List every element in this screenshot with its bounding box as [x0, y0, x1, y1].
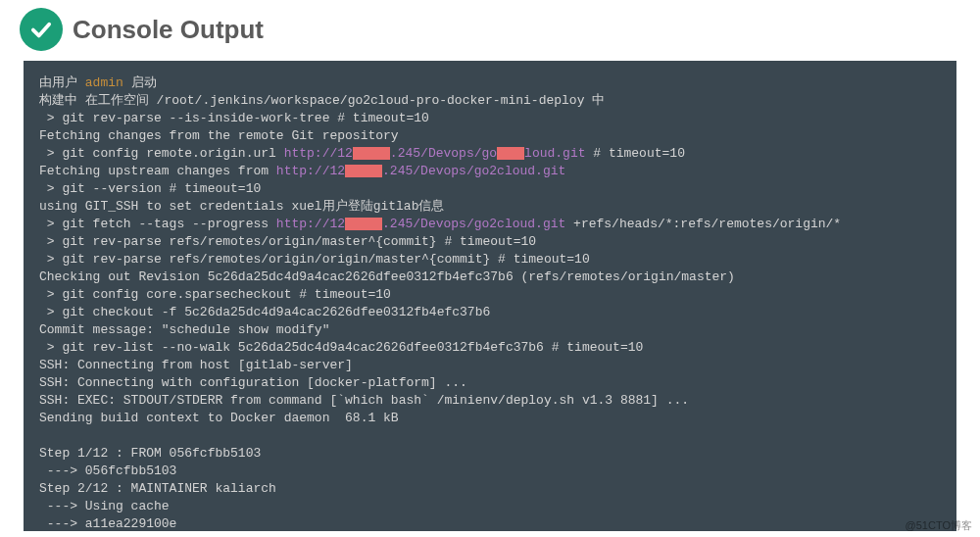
redacted-text — [353, 147, 390, 160]
console-line: > git config remote.origin.url http://12… — [39, 146, 685, 161]
console-line: > git --version # timeout=10 — [39, 181, 261, 196]
console-line: using GIT_SSH to set credentials xuel用户登… — [39, 199, 444, 214]
user-name: admin — [85, 75, 123, 90]
console-line: SSH: Connecting from host [gitlab-server… — [39, 358, 353, 372]
console-line: Step 2/12 : MAINTAINER kaliarch — [39, 481, 276, 496]
console-line: Commit message: "schedule show modify" — [39, 322, 329, 337]
repo-url[interactable]: http://12.245/Devops/go2cloud.git — [276, 164, 565, 178]
repo-url[interactable]: http://12.245/Devops/go2cloud.git — [276, 217, 565, 231]
redacted-text — [345, 165, 382, 177]
repo-url[interactable]: http://12.245/Devops/goloud.git — [284, 146, 586, 161]
console-line: ---> Using cache — [39, 499, 170, 513]
console-line: > git rev-parse --is-inside-work-tree # … — [39, 111, 429, 125]
console-line: Fetching changes from the remote Git rep… — [39, 128, 399, 143]
console-line: Checking out Revision 5c26da25dc4d9a4cac… — [39, 269, 735, 284]
redacted-text — [345, 218, 382, 230]
console-line: > git rev-list --no-walk 5c26da25dc4d9a4… — [39, 340, 643, 355]
console-line: > git rev-parse refs/remotes/origin/orig… — [39, 252, 590, 267]
console-line: ---> a11ea229100e — [39, 516, 176, 531]
console-line: > git config core.sparsecheckout # timeo… — [39, 287, 391, 302]
console-line: Fetching upstream changes from http://12… — [39, 164, 565, 178]
console-line: 由用户 admin 启动 — [39, 75, 157, 90]
page-header: Console Output — [0, 0, 980, 57]
watermark: @51CTO博客 — [906, 518, 972, 533]
console-line: SSH: EXEC: STDOUT/STDERR from command [`… — [39, 393, 689, 408]
console-output: 由用户 admin 启动 构建中 在工作空间 /root/.jenkins/wo… — [24, 61, 956, 531]
console-line: SSH: Connecting with configuration [dock… — [39, 375, 467, 390]
console-line: > git rev-parse refs/remotes/origin/mast… — [39, 234, 536, 249]
console-line: Sending build context to Docker daemon 6… — [39, 411, 399, 425]
console-line: > git fetch --tags --progress http://12.… — [39, 217, 841, 231]
redacted-text — [497, 147, 524, 160]
console-line: ---> 056fcfbb5103 — [39, 464, 176, 478]
console-line: Step 1/12 : FROM 056fcfbb5103 — [39, 446, 261, 461]
console-line: 构建中 在工作空间 /root/.jenkins/workspace/go2cl… — [39, 93, 605, 108]
console-line: > git checkout -f 5c26da25dc4d9a4cac2626… — [39, 305, 490, 319]
page-title: Console Output — [73, 15, 264, 45]
success-icon — [20, 8, 63, 51]
